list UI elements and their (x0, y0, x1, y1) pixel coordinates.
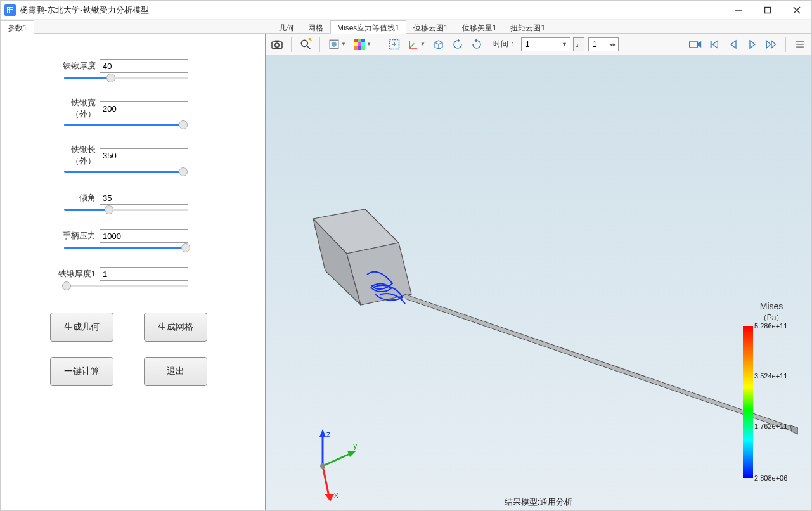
time-label: 时间： (493, 39, 516, 49)
window-title: 杨霄鹏-东北大学-铁锹受力分析模型 (20, 4, 149, 16)
time-slider-handle[interactable]: 」 (573, 37, 584, 51)
param-slider[interactable] (64, 124, 188, 126)
param-slider[interactable] (64, 247, 188, 249)
svg-rect-19 (358, 46, 361, 50)
compute-button[interactable]: 一键计算 (50, 357, 113, 386)
svg-line-35 (405, 299, 794, 432)
svg-point-6 (275, 43, 279, 47)
record-icon[interactable] (686, 36, 704, 53)
svg-marker-39 (319, 429, 326, 437)
legend-tick: 5.286e+11 (754, 322, 787, 330)
next-frame-icon[interactable] (763, 36, 780, 53)
axis-triad: z y x (291, 428, 361, 504)
rotate-left-icon[interactable] (449, 36, 467, 53)
result-tab[interactable]: 几何 (272, 20, 301, 34)
result-status: 结果模型:通用分析 (505, 496, 573, 508)
fit-icon[interactable] (385, 36, 403, 53)
legend-tick: 3.524e+11 (754, 372, 787, 380)
svg-rect-18 (354, 46, 358, 50)
param-input[interactable] (100, 101, 188, 115)
svg-point-8 (301, 40, 307, 46)
tabs-row: 参数1 几何网格Mises应力等值线1位移云图1位移矢量1扭矩云图1 (1, 20, 811, 34)
zoom-auto-icon[interactable] (297, 36, 314, 53)
viewport-toolbar: ▼ ▼ ▼ 时间： 1 (266, 34, 811, 55)
param-input[interactable] (100, 148, 188, 162)
app-icon (4, 4, 16, 16)
titlebar: 杨霄鹏-东北大学-铁锹受力分析模型 (1, 1, 811, 20)
param-label: 铁锹宽（外） (50, 97, 100, 120)
svg-rect-20 (361, 46, 365, 50)
svg-rect-15 (354, 42, 358, 46)
exit-button[interactable]: 退出 (144, 357, 207, 386)
svg-point-47 (320, 463, 325, 469)
generate-mesh-button[interactable]: 生成网格 (144, 313, 207, 342)
param-block: 倾角 (1, 191, 265, 211)
param-block: 铁锹长（外） (1, 144, 265, 173)
legend-title: Mises (743, 301, 800, 311)
render-mode-icon[interactable]: ▼ (325, 36, 349, 53)
legend-colorbar (743, 326, 753, 478)
svg-text:x: x (334, 490, 338, 500)
rotate-right-icon[interactable] (468, 36, 486, 53)
svg-rect-16 (358, 42, 361, 46)
viewport-canvas[interactable]: z y x Mises （Pa） 5.286e+113.524e+111.762… (266, 55, 811, 510)
param-label: 手柄压力 (50, 230, 100, 242)
model-render (291, 163, 798, 467)
generate-geometry-button[interactable]: 生成几何 (50, 313, 113, 342)
param-slider[interactable] (64, 209, 188, 211)
param-label: 铁锹厚度 (50, 60, 100, 72)
svg-text:z: z (326, 429, 331, 439)
param-label: 铁锹长（外） (50, 144, 100, 167)
legend-tick: 1.762e+11 (754, 422, 787, 430)
param-input[interactable] (100, 191, 188, 205)
result-tab[interactable]: 位移矢量1 (455, 20, 504, 34)
param-label: 倾角 (50, 192, 100, 204)
svg-line-36 (404, 296, 793, 429)
param-block: 铁锹宽（外） (1, 97, 265, 126)
svg-rect-13 (358, 39, 361, 42)
param-slider[interactable] (64, 285, 188, 287)
minimize-button[interactable] (724, 1, 753, 20)
param-block: 铁锹厚度1 (1, 267, 265, 287)
result-tab[interactable]: 网格 (301, 20, 330, 34)
camera-icon[interactable] (268, 36, 286, 53)
color-legend: Mises （Pa） 5.286e+113.524e+111.762e+112.… (743, 301, 800, 478)
maximize-button[interactable] (753, 1, 782, 20)
frame-value: 1 (593, 40, 597, 49)
svg-line-9 (307, 46, 311, 49)
result-tab[interactable]: 扭矩云图1 (503, 20, 552, 34)
time-value: 1 (525, 40, 530, 49)
box-view-icon[interactable] (430, 36, 448, 53)
svg-line-44 (323, 466, 329, 496)
svg-rect-17 (361, 42, 365, 46)
first-frame-icon[interactable] (706, 36, 723, 53)
svg-rect-25 (690, 41, 698, 48)
param-input[interactable] (100, 229, 188, 243)
param-input[interactable] (100, 59, 188, 73)
param-slider[interactable] (64, 171, 188, 173)
svg-rect-7 (275, 40, 279, 42)
toolbar-menu-icon[interactable] (791, 36, 809, 53)
close-button[interactable] (782, 1, 811, 20)
svg-rect-12 (354, 39, 358, 42)
svg-rect-14 (361, 39, 365, 42)
prev-frame-icon[interactable] (725, 36, 742, 53)
svg-line-24 (409, 43, 415, 48)
svg-text:y: y (353, 441, 358, 450)
param-block: 铁锹厚度 (1, 59, 265, 79)
param-label: 铁锹厚度1 (50, 268, 100, 280)
param-input[interactable] (100, 267, 188, 281)
colormap-icon[interactable]: ▼ (351, 36, 375, 53)
play-icon[interactable] (744, 36, 761, 53)
sidebar-tab[interactable]: 参数1 (1, 20, 34, 34)
frame-select[interactable]: 1 ◂▸ (588, 37, 619, 51)
param-slider[interactable] (64, 77, 188, 79)
result-tab[interactable]: Mises应力等值线1 (330, 20, 406, 34)
parameter-panel: 铁锹厚度 铁锹宽（外） 铁锹长（外） (1, 34, 266, 510)
axes-view-icon[interactable]: ▼ (404, 36, 429, 53)
time-select[interactable]: 1 ▼ (521, 37, 570, 51)
svg-rect-2 (765, 7, 771, 13)
result-tab[interactable]: 位移云图1 (406, 20, 455, 34)
svg-point-11 (332, 42, 337, 47)
param-block: 手柄压力 (1, 229, 265, 249)
